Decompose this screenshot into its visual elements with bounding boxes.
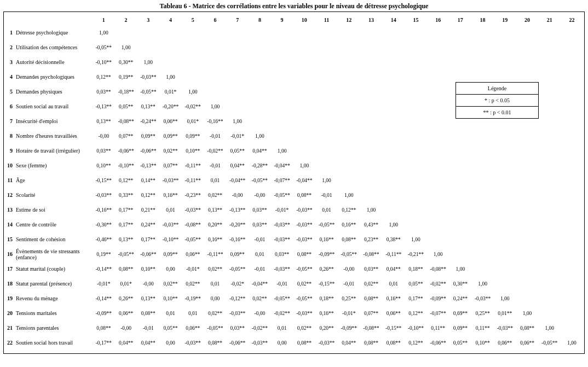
cell (449, 40, 472, 55)
cell (293, 40, 315, 55)
col-header-14: 14 (382, 14, 405, 25)
cell (471, 232, 494, 247)
cell (561, 84, 583, 99)
cell: -0,13** (93, 99, 115, 114)
table-row: 17Statut marital (couple)-0,14**0,08**0,… (5, 261, 583, 276)
cell: 1,00 (449, 261, 472, 276)
cell: -0,03** (271, 217, 293, 232)
cell: 1,00 (93, 25, 115, 40)
cell (226, 25, 249, 40)
cell (204, 25, 227, 40)
cell: -0,15** (382, 321, 405, 335)
row-number: 10 (5, 158, 15, 173)
cell: -0,11** (182, 158, 204, 173)
cell: -0,09** (338, 321, 360, 335)
cell (494, 247, 516, 261)
col-header-12: 12 (338, 14, 360, 25)
cell: 0,03** (226, 321, 249, 335)
cell (271, 55, 293, 69)
cell: -0,01* (182, 261, 204, 276)
cell (449, 143, 472, 158)
cell: 1,00 (226, 114, 249, 129)
cell (405, 114, 427, 129)
cell: -0,11** (204, 247, 227, 261)
cell (360, 114, 383, 129)
cell (249, 114, 271, 129)
cell (561, 306, 583, 321)
cell (471, 40, 494, 55)
cell (561, 217, 583, 232)
cell: 1,00 (360, 202, 383, 217)
cell: -0,17** (93, 335, 115, 350)
cell: -0,28** (249, 158, 271, 173)
cell: 0,09** (182, 129, 204, 143)
cell: -0,03** (293, 232, 315, 247)
cell: -0,13** (137, 158, 159, 173)
cell (561, 25, 583, 40)
row-number: 14 (5, 217, 15, 232)
cell: 0,01 (315, 202, 338, 217)
cell (516, 55, 539, 69)
cell: 1,00 (538, 321, 561, 335)
cell: -0,05** (137, 84, 159, 99)
cell (405, 25, 427, 40)
table-row: 18Statut parental (présence)-0,01*0,01*-… (5, 276, 583, 291)
cell: 0,02** (293, 276, 315, 291)
cell: -0,04** (293, 173, 315, 188)
cell: -0,03** (293, 202, 315, 217)
cell (427, 99, 449, 114)
cell (182, 40, 204, 55)
cell (338, 173, 360, 188)
cell: -0,01* (271, 202, 293, 217)
col-header-9: 9 (271, 14, 293, 25)
cell: 0,01 (249, 247, 271, 261)
cell: -0,01 (249, 261, 271, 276)
cell: 1,00 (182, 84, 204, 99)
cell: 0,20** (204, 217, 227, 232)
col-header-8: 8 (249, 14, 271, 25)
cell (516, 217, 539, 232)
cell: 0,69** (449, 306, 472, 321)
cell: -0,00 (338, 261, 360, 276)
cell: -0,03** (249, 335, 271, 350)
row-number: 8 (5, 129, 15, 143)
cell (471, 129, 494, 143)
table-row: 10Sexe (femme)0,10**-0,10**-0,13**0,07**… (5, 158, 583, 173)
cell: -0,03** (226, 306, 249, 321)
table-row: 1Détresse psychologique1,00 (5, 25, 583, 40)
cell: 0,10** (93, 158, 115, 173)
cell (471, 261, 494, 276)
cell (137, 25, 159, 40)
cell (427, 129, 449, 143)
cell: 0,08** (293, 247, 315, 261)
cell (494, 188, 516, 202)
col-header-19: 19 (494, 14, 516, 25)
cell (561, 173, 583, 188)
cell: 0,13** (204, 202, 227, 217)
row-label: Horaire de travail (irrégulier) (15, 143, 93, 158)
cell (449, 129, 472, 143)
cell: -0,16** (226, 232, 249, 247)
cell (561, 114, 583, 129)
cell (471, 158, 494, 173)
cell: 0,24** (137, 217, 159, 232)
col-header-15: 15 (405, 14, 427, 25)
cell (405, 55, 427, 69)
cell: 0,14** (137, 173, 159, 188)
cell (561, 276, 583, 291)
table-row: 19Revenu du ménage-0,14**0,26**0,13**0,1… (5, 291, 583, 306)
cell (360, 84, 383, 99)
cell (405, 202, 427, 217)
cell (271, 84, 293, 99)
cell: 0,05** (405, 276, 427, 291)
cell: 0,00 (159, 261, 182, 276)
row-label: Estime de soi (15, 202, 93, 217)
cell: 0,25** (338, 291, 360, 306)
cell: -0,05** (226, 261, 249, 276)
row-label: Scolarité (15, 188, 93, 202)
cell: 0,01 (182, 306, 204, 321)
cell (204, 84, 227, 99)
cell (494, 276, 516, 291)
cell: 0,19** (93, 247, 115, 261)
row-number: 18 (5, 276, 15, 291)
